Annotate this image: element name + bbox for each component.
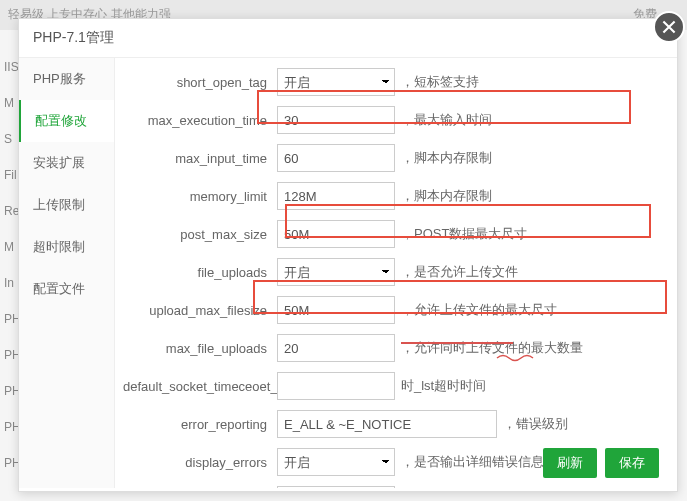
desc-display_errors: ，是否输出详细错误信息: [401, 453, 544, 471]
dialog-php-manage: PHP-7.1管理 PHP服务 配置修改 安装扩展 上传限制 超时限制 配置文件…: [18, 18, 678, 492]
sidebar-item-service[interactable]: PHP服务: [19, 58, 114, 100]
label-default_socket_timeceoet_ti: default_socket_timeceoet_ti: [123, 379, 277, 394]
desc-default_socket_timeceoet_ti: 时_lst超时时间: [401, 377, 486, 395]
label-max_file_uploads: max_file_uploads: [123, 341, 277, 356]
sidebar-item-upload-limit[interactable]: 上传限制: [19, 184, 114, 226]
input-display_errors[interactable]: 开启: [277, 448, 395, 476]
desc-max_input_time: ，脚本内存限制: [401, 149, 492, 167]
form-row-default_socket_timeceoet_ti: default_socket_timeceoet_ti时_lst超时时间: [123, 372, 661, 400]
form-row-upload_max_filesize: upload_max_filesize，允许上传文件的最大尺寸: [123, 296, 661, 324]
content-area: short_open_tag开启，短标签支持max_execution_time…: [115, 58, 677, 488]
desc-error_reporting: ，错误级别: [503, 415, 568, 433]
close-button[interactable]: [653, 11, 685, 43]
input-file_uploads[interactable]: 开启: [277, 258, 395, 286]
save-button[interactable]: 保存: [605, 448, 659, 478]
input-default_socket_timeceoet_ti[interactable]: [277, 372, 395, 400]
input-post_max_size[interactable]: [277, 220, 395, 248]
label-upload_max_filesize: upload_max_filesize: [123, 303, 277, 318]
desc-short_open_tag: ，短标签支持: [401, 73, 479, 91]
input-error_reporting[interactable]: [277, 410, 497, 438]
input-upload_max_filesize[interactable]: [277, 296, 395, 324]
label-max_input_time: max_input_time: [123, 151, 277, 166]
form-row-max_input_time: max_input_time，脚本内存限制: [123, 144, 661, 172]
input-cgi.fix_pathinfo[interactable]: 开启: [277, 486, 395, 488]
input-max_execution_time[interactable]: [277, 106, 395, 134]
refresh-button[interactable]: 刷新: [543, 448, 597, 478]
label-post_max_size: post_max_size: [123, 227, 277, 242]
red-underline-annotation: [401, 342, 513, 344]
desc-max_execution_time: ，最大输入时间: [401, 111, 492, 129]
input-max_file_uploads[interactable]: [277, 334, 395, 362]
form-row-max_file_uploads: max_file_uploads，允许同时上传文件的最大数量: [123, 334, 661, 362]
sidebar-item-config-file[interactable]: 配置文件: [19, 268, 114, 310]
input-short_open_tag[interactable]: 开启: [277, 68, 395, 96]
desc-file_uploads: ，是否允许上传文件: [401, 263, 518, 281]
label-error_reporting: error_reporting: [123, 417, 277, 432]
input-memory_limit[interactable]: [277, 182, 395, 210]
dialog-body: PHP服务 配置修改 安装扩展 上传限制 超时限制 配置文件 short_ope…: [19, 58, 677, 488]
desc-memory_limit: ，脚本内存限制: [401, 187, 492, 205]
desc-post_max_size: ，POST数据最大尺寸: [401, 225, 527, 243]
form-row-short_open_tag: short_open_tag开启，短标签支持: [123, 68, 661, 96]
desc-upload_max_filesize: ，允许上传文件的最大尺寸: [401, 301, 557, 319]
form-row-post_max_size: post_max_size，POST数据最大尺寸: [123, 220, 661, 248]
sidebar-item-config[interactable]: 配置修改: [19, 100, 114, 142]
sidebar-item-extensions[interactable]: 安装扩展: [19, 142, 114, 184]
label-max_execution_time: max_execution_time: [123, 113, 277, 128]
input-max_input_time[interactable]: [277, 144, 395, 172]
label-display_errors: display_errors: [123, 455, 277, 470]
label-short_open_tag: short_open_tag: [123, 75, 277, 90]
label-file_uploads: file_uploads: [123, 265, 277, 280]
form-row-error_reporting: error_reporting，错误级别: [123, 410, 661, 438]
form-row-file_uploads: file_uploads开启，是否允许上传文件: [123, 258, 661, 286]
red-scribble-annotation: [495, 352, 535, 364]
dialog-title: PHP-7.1管理: [19, 19, 677, 58]
label-memory_limit: memory_limit: [123, 189, 277, 204]
sidebar: PHP服务 配置修改 安装扩展 上传限制 超时限制 配置文件: [19, 58, 115, 488]
form-row-max_execution_time: max_execution_time，最大输入时间: [123, 106, 661, 134]
sidebar-item-timeout-limit[interactable]: 超时限制: [19, 226, 114, 268]
form-row-memory_limit: memory_limit，脚本内存限制: [123, 182, 661, 210]
form-row-cgi.fix_pathinfo: cgi.fix_pathinfo开启，是否开启pathinfo: [123, 486, 661, 488]
close-icon: [662, 20, 676, 34]
footer-buttons: 刷新 保存: [543, 448, 659, 478]
